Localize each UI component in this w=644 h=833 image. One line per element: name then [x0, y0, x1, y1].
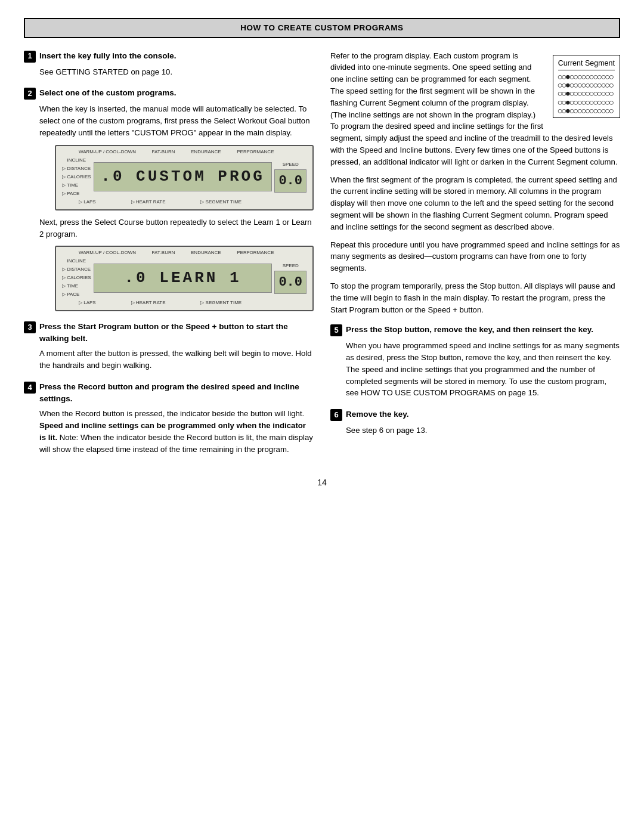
step-3-para-0: A moment after the button is pressed, th…: [39, 348, 314, 371]
step-6-para-0: See step 6 on page 13.: [346, 425, 620, 436]
display-1-laps: ▷ LAPS: [79, 199, 96, 206]
step-1-body: See GETTING STARTED on page 10.: [39, 66, 314, 78]
display-1-incline-label: INCLINE: [67, 157, 86, 164]
right-intro-section: Current Segment ○○●○○○○○○○○○○○ ○○●○○○○○○…: [330, 50, 620, 174]
display-1-main-row: INCLINE ▷ DISTANCE ▷ CALORIES ▷ TIME ▷ P…: [60, 157, 309, 197]
left-column: 1 Insert the key fully into the console.…: [24, 50, 314, 465]
dot-row-2: ○○●○○○○○○○○○○○: [558, 89, 615, 98]
step-3-block: 3 Press the Start Program button or the …: [24, 321, 314, 371]
step-5-heading: 5 Press the Stop button, remove the key,…: [330, 324, 620, 336]
display-1-segtime: ▷ SEGMENT TIME: [200, 199, 242, 206]
display-1-small-lcd: 0.0: [274, 169, 306, 193]
current-segment-box: Current Segment ○○●○○○○○○○○○○○ ○○●○○○○○○…: [553, 55, 620, 119]
step-3-title: Press the Start Program button or the Sp…: [39, 321, 314, 344]
step-1-title: Insert the key fully into the console.: [39, 50, 177, 62]
step-2-heading: 2 Select one of the custom programs.: [24, 87, 314, 100]
label-endurance-1: ENDURANCE: [191, 148, 221, 156]
display-2-time: ▷ TIME: [62, 283, 91, 290]
dot-grid: ○○●○○○○○○○○○○○ ○○●○○○○○○○○○○○ ○○●○○○○○○○…: [558, 73, 615, 115]
display-2-speed-label: SPEED: [283, 262, 299, 270]
step-5-para-0: When you have programmed speed and incli…: [346, 340, 620, 399]
display-2-calories: ▷ CALORIES: [62, 274, 91, 281]
right-para-4: To stop the program temporarily, press t…: [330, 280, 620, 315]
step-4-title: Press the Record button and program the …: [39, 381, 314, 404]
dot-row-0: ○○●○○○○○○○○○○○: [558, 73, 615, 81]
step-4-number: 4: [24, 382, 36, 394]
step-6-heading: 6 Remove the key.: [330, 408, 620, 421]
right-para-2: When the first segment of the program is…: [330, 174, 620, 233]
display-2-bottom-labels: ▷ LAPS ▷ HEART RATE ▷ SEGMENT TIME: [60, 298, 309, 306]
step-6-title: Remove the key.: [346, 408, 409, 420]
display-2-pace: ▷ PACE: [62, 291, 91, 298]
step-4-heading: 4 Press the Record button and program th…: [24, 381, 314, 404]
step-1-para-0: See GETTING STARTED on page 10.: [39, 66, 314, 78]
display-1-calories: ▷ CALORIES: [62, 174, 91, 181]
display-1-distance: ▷ DISTANCE: [62, 165, 91, 172]
current-segment-title: Current Segment: [558, 58, 615, 70]
display-1-lcd: .0 CUSTOM PROG: [94, 162, 273, 191]
display-1-time: ▷ TIME: [62, 182, 91, 189]
display-2-heartrate: ▷ HEART RATE: [131, 299, 166, 306]
step-4-para-0: When the Record button is pressed, the i…: [39, 408, 314, 455]
display-1-top-labels: WARM-UP / COOL-DOWN FAT-BURN ENDURANCE P…: [60, 148, 309, 156]
step-3-heading: 3 Press the Start Program button or the …: [24, 321, 314, 344]
step-6-block: 6 Remove the key. See step 6 on page 13.: [330, 408, 620, 436]
display-2-small-lcd: 0.0: [274, 271, 306, 294]
display-2-laps: ▷ LAPS: [79, 299, 96, 306]
step-4-bold: Speed and incline settings can be progra…: [39, 421, 306, 442]
display-2-lcd: .0 LEARN 1: [94, 264, 273, 293]
display-panel-2: WARM-UP / COOL-DOWN FAT-BURN ENDURANCE P…: [55, 246, 314, 311]
step-2-number: 2: [24, 88, 36, 100]
step-1-heading: 1 Insert the key fully into the console.: [24, 50, 314, 63]
label-fatburn-1: FAT-BURN: [152, 148, 175, 156]
label-warmup-2: WARM-UP / COOL-DOWN: [79, 249, 136, 256]
display-2-incline-label: INCLINE: [67, 258, 86, 265]
label-warmup-1: WARM-UP / COOL-DOWN: [79, 148, 136, 156]
display-2-main-row: INCLINE ▷ DISTANCE ▷ CALORIES ▷ TIME ▷ P…: [60, 258, 309, 298]
step-6-number: 6: [330, 409, 342, 421]
step-3-body: A moment after the button is pressed, th…: [39, 348, 314, 371]
dot-row-1: ○○●○○○○○○○○○○○: [558, 81, 615, 89]
step-4-body: When the Record button is pressed, the i…: [39, 408, 314, 455]
display-1-pace: ▷ PACE: [62, 190, 91, 197]
page-number: 14: [24, 476, 620, 488]
step-2-body: When the key is inserted, the manual mod…: [39, 103, 314, 311]
right-column: Current Segment ○○●○○○○○○○○○○○ ○○●○○○○○○…: [330, 50, 620, 465]
step-6-body: See step 6 on page 13.: [346, 425, 620, 436]
step-2-block: 2 Select one of the custom programs. Whe…: [24, 87, 314, 311]
step-5-body: When you have programmed speed and incli…: [346, 340, 620, 399]
label-endurance-2: ENDURANCE: [191, 249, 221, 256]
display-1-bottom-labels: ▷ LAPS ▷ HEART RATE ▷ SEGMENT TIME: [60, 197, 309, 206]
step-1-block: 1 Insert the key fully into the console.…: [24, 50, 314, 78]
step-4-block: 4 Press the Record button and program th…: [24, 381, 314, 455]
display-panel-1: WARM-UP / COOL-DOWN FAT-BURN ENDURANCE P…: [55, 145, 314, 210]
display-2-top-labels: WARM-UP / COOL-DOWN FAT-BURN ENDURANCE P…: [60, 249, 309, 256]
display-1-heartrate: ▷ HEART RATE: [131, 199, 166, 206]
step-5-block: 5 Press the Stop button, remove the key,…: [330, 324, 620, 399]
display-1-speed-label: SPEED: [283, 161, 299, 168]
dot-row-4: ○○●○○○○○○○○○○○: [558, 107, 615, 115]
step-3-number: 3: [24, 321, 36, 333]
step-2-para-1: Next, press the Select Course button rep…: [39, 216, 314, 240]
header-title: HOW TO CREATE CUSTOM PROGRAMS: [240, 23, 403, 32]
label-performance-1: PERFORMANCE: [237, 148, 274, 156]
step-5-number: 5: [330, 324, 342, 336]
dot-row-3: ○○●○○○○○○○○○○○: [558, 98, 615, 107]
right-para-3: Repeat this procedure until you have pro…: [330, 239, 620, 274]
label-performance-2: PERFORMANCE: [237, 249, 274, 256]
display-2-distance: ▷ DISTANCE: [62, 266, 91, 273]
step-2-title: Select one of the custom programs.: [39, 87, 177, 99]
step-2-para-0: When the key is inserted, the manual mod…: [39, 103, 314, 138]
page-header: HOW TO CREATE CUSTOM PROGRAMS: [24, 18, 620, 38]
step-5-title: Press the Stop button, remove the key, a…: [346, 324, 593, 336]
label-fatburn-2: FAT-BURN: [152, 249, 175, 256]
display-2-segtime: ▷ SEGMENT TIME: [200, 299, 242, 306]
step-1-number: 1: [24, 51, 36, 63]
